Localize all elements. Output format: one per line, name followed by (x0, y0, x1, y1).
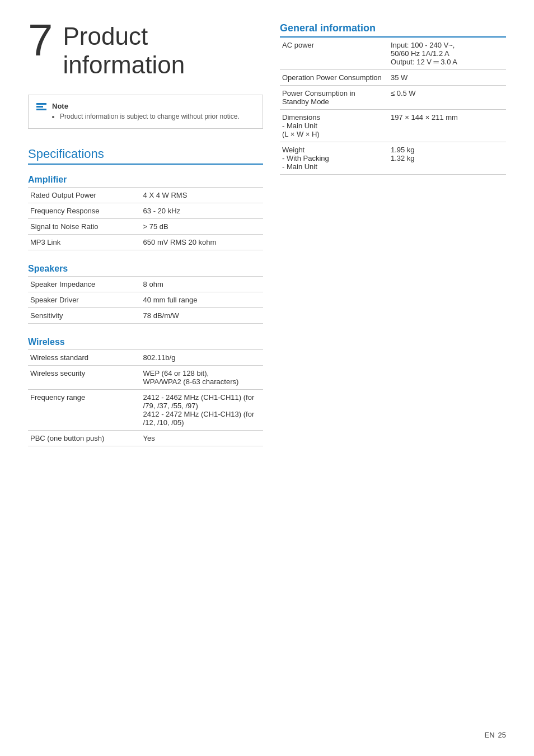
spec-label: AC power (280, 38, 388, 70)
spec-value: 78 dB/m/W (141, 308, 263, 324)
spec-value: Input: 100 - 240 V~, 50/60 Hz 1A/1.2 A O… (388, 38, 506, 70)
note-text: Product information is subject to change… (52, 113, 255, 120)
general-info-table: AC powerInput: 100 - 240 V~, 50/60 Hz 1A… (280, 38, 506, 175)
table-row: Rated Output Power4 X 4 W RMS (28, 188, 263, 203)
spec-value: 8 ohm (141, 277, 263, 292)
spec-value: 40 mm full range (141, 292, 263, 308)
footer-page: 25 (498, 731, 506, 739)
footer-lang: EN (484, 731, 494, 739)
table-row: MP3 Link650 mV RMS 20 kohm (28, 235, 263, 250)
wireless-heading: Wireless (28, 337, 263, 350)
spec-value: ≤ 0.5 W (388, 86, 506, 110)
spec-label: Wireless security (28, 366, 141, 390)
table-row: Frequency range2412 - 2462 MHz (CH1-CH11… (28, 390, 263, 431)
table-row: Wireless standard802.11b/g (28, 350, 263, 366)
spec-label: Frequency Response (28, 203, 141, 219)
spec-value: 4 X 4 W RMS (141, 188, 263, 203)
chapter-title-line2: information (63, 51, 185, 78)
speakers-section: Speakers Speaker Impedance8 ohmSpeaker D… (28, 264, 263, 324)
note-content: Note Product information is subject to c… (52, 102, 255, 122)
spec-value: 802.11b/g (141, 350, 263, 366)
spec-value: Yes (141, 431, 263, 446)
table-row: Speaker Driver40 mm full range (28, 292, 263, 308)
note-icon-bar-1 (36, 103, 46, 105)
chapter-number: 7 (28, 18, 53, 63)
chapter-title: Product information (63, 22, 185, 79)
spec-value: 2412 - 2462 MHz (CH1-CH11) (for /79, /37… (141, 390, 263, 431)
general-info-heading: General information (280, 22, 506, 38)
spec-label: Power Consumption in Standby Mode (280, 86, 388, 110)
spec-label: Rated Output Power (28, 188, 141, 203)
note-icon-bar-3 (36, 109, 46, 110)
wireless-section: Wireless Wireless standard802.11b/gWirel… (28, 337, 263, 446)
amplifier-section: Amplifier Rated Output Power4 X 4 W RMSF… (28, 175, 263, 250)
table-row: Wireless securityWEP (64 or 128 bit), WP… (28, 366, 263, 390)
spec-value: > 75 dB (141, 219, 263, 235)
spec-label: Speaker Impedance (28, 277, 141, 292)
spec-value: 35 W (388, 70, 506, 86)
table-row: Sensitivity78 dB/m/W (28, 308, 263, 324)
table-row: Power Consumption in Standby Mode≤ 0.5 W (280, 86, 506, 110)
spec-value: WEP (64 or 128 bit), WPA/WPA2 (8-63 char… (141, 366, 263, 390)
table-row: PBC (one button push)Yes (28, 431, 263, 446)
page-footer: EN 25 (484, 731, 506, 739)
spec-value: 197 × 144 × 211 mm (388, 110, 506, 142)
chapter-title-line1: Product (63, 22, 148, 50)
spec-label: Signal to Noise Ratio (28, 219, 141, 235)
table-row: AC powerInput: 100 - 240 V~, 50/60 Hz 1A… (280, 38, 506, 70)
table-row: Signal to Noise Ratio> 75 dB (28, 219, 263, 235)
spec-label: Dimensions - Main Unit (L × W × H) (280, 110, 388, 142)
note-label: Note (52, 102, 255, 110)
amplifier-table: Rated Output Power4 X 4 W RMSFrequency R… (28, 188, 263, 250)
table-row: Frequency Response63 - 20 kHz (28, 203, 263, 219)
speakers-table: Speaker Impedance8 ohmSpeaker Driver40 m… (28, 277, 263, 324)
spec-label: MP3 Link (28, 235, 141, 250)
spec-label: Weight - With Packing - Main Unit (280, 142, 388, 175)
spec-label: Sensitivity (28, 308, 141, 324)
table-row: Dimensions - Main Unit (L × W × H)197 × … (280, 110, 506, 142)
specifications-heading: Specifications (28, 147, 263, 165)
spec-label: Frequency range (28, 390, 141, 431)
spec-label: Wireless standard (28, 350, 141, 366)
speakers-heading: Speakers (28, 264, 263, 277)
amplifier-heading: Amplifier (28, 175, 263, 188)
spec-value: 63 - 20 kHz (141, 203, 263, 219)
note-box: Note Product information is subject to c… (28, 95, 263, 129)
table-row: Weight - With Packing - Main Unit1.95 kg… (280, 142, 506, 175)
note-text-item: Product information is subject to change… (60, 113, 255, 120)
note-icon (36, 103, 46, 110)
spec-value: 1.95 kg 1.32 kg (388, 142, 506, 175)
wireless-table: Wireless standard802.11b/gWireless secur… (28, 350, 263, 446)
note-icon-bar-2 (36, 106, 43, 108)
chapter-heading: 7 Product information (28, 22, 263, 79)
spec-label: PBC (one button push) (28, 431, 141, 446)
table-row: Speaker Impedance8 ohm (28, 277, 263, 292)
spec-label: Operation Power Consumption (280, 70, 388, 86)
spec-label: Speaker Driver (28, 292, 141, 308)
table-row: Operation Power Consumption35 W (280, 70, 506, 86)
spec-value: 650 mV RMS 20 kohm (141, 235, 263, 250)
